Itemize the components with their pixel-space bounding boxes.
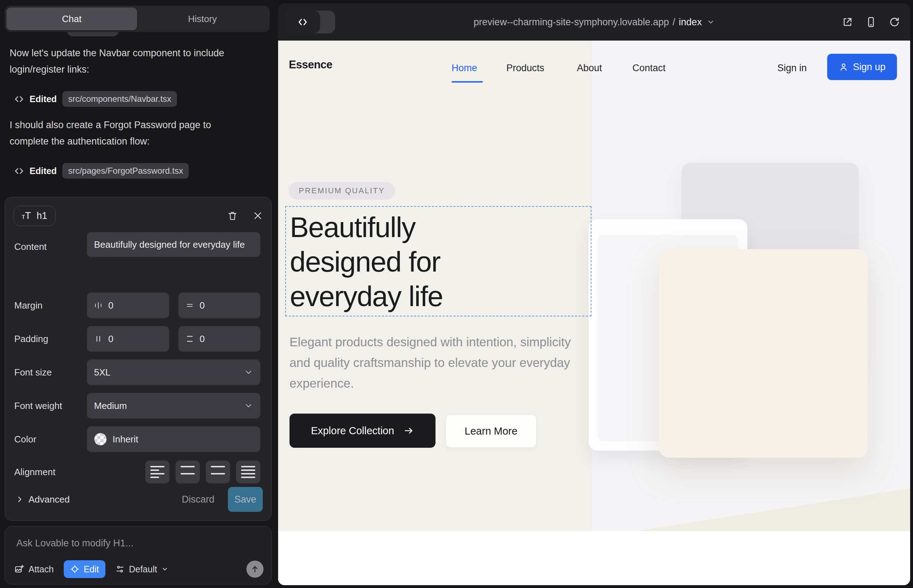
hero-paragraph: Elegant products designed with intention… bbox=[290, 332, 578, 394]
explore-collection-button[interactable]: Explore Collection bbox=[290, 414, 435, 448]
edited-file-row: Edited src/components/Navbar.tsx bbox=[14, 91, 177, 107]
open-external-button[interactable] bbox=[842, 16, 853, 28]
margin-vertical-icon bbox=[186, 301, 194, 310]
hero-card-cream bbox=[659, 249, 868, 458]
nav-link-home[interactable]: Home bbox=[452, 63, 477, 74]
margin-x-input[interactable]: 0 bbox=[87, 292, 169, 318]
margin-label: Margin bbox=[14, 300, 87, 311]
chevron-down-icon bbox=[707, 18, 715, 26]
phone-icon bbox=[865, 16, 877, 28]
attach-button[interactable]: Attach bbox=[14, 564, 54, 575]
preview-browser: preview--charming-site-symphony.lovable.… bbox=[278, 3, 910, 585]
code-icon bbox=[14, 166, 24, 176]
edited-label: Edited bbox=[29, 94, 57, 104]
align-right-button[interactable] bbox=[206, 460, 230, 483]
url-separator: / bbox=[673, 17, 675, 28]
url-page: index bbox=[679, 17, 702, 28]
font-weight-select[interactable]: Medium bbox=[87, 393, 260, 418]
selected-element-tag[interactable]: тT h1 bbox=[13, 206, 55, 226]
align-justify-button[interactable] bbox=[236, 460, 260, 483]
nav-link-contact[interactable]: Contact bbox=[632, 63, 665, 74]
learn-more-button[interactable]: Learn More bbox=[445, 414, 537, 448]
color-picker-field[interactable]: Inherit bbox=[87, 426, 260, 452]
prompt-composer: Ask Lovable to modify H1... Attach Edit … bbox=[5, 526, 272, 585]
url-host: preview--charming-site-symphony.lovable.… bbox=[474, 17, 669, 28]
chat-message: Now let's update the Navbar component to… bbox=[10, 45, 238, 78]
font-size-label: Font size bbox=[14, 367, 87, 378]
image-attach-icon bbox=[14, 564, 24, 574]
prompt-input[interactable]: Ask Lovable to modify H1... bbox=[16, 538, 134, 549]
external-link-icon bbox=[842, 16, 853, 28]
color-label: Color bbox=[14, 434, 87, 445]
mobile-preview-button[interactable] bbox=[865, 16, 877, 28]
builder-side-panel: ·· Chat History Now let's update the Nav… bbox=[0, 0, 278, 588]
advanced-toggle[interactable]: Advanced bbox=[16, 494, 70, 505]
target-icon bbox=[70, 564, 79, 574]
font-size-select[interactable]: 5XL bbox=[87, 360, 260, 385]
content-input[interactable]: Beautifully designed for everyday life bbox=[87, 232, 260, 257]
tab-history[interactable]: History bbox=[137, 8, 268, 30]
nav-link-about[interactable]: About bbox=[577, 63, 602, 74]
tag-name: h1 bbox=[37, 210, 47, 221]
content-label: Content bbox=[14, 241, 87, 252]
close-editor-button[interactable] bbox=[253, 211, 263, 221]
edited-file-row: Edited src/pages/ForgotPassword.tsx bbox=[14, 163, 189, 179]
chevron-down-icon bbox=[244, 368, 253, 377]
premium-quality-badge: PREMIUM QUALITY bbox=[289, 182, 395, 200]
mode-selector[interactable]: Default bbox=[115, 564, 168, 575]
alignment-label: Alignment bbox=[14, 467, 87, 478]
save-button[interactable]: Save bbox=[228, 487, 263, 512]
transparent-swatch-icon bbox=[94, 433, 107, 446]
padding-label: Padding bbox=[14, 333, 87, 344]
margin-horizontal-icon bbox=[94, 301, 102, 310]
user-icon bbox=[839, 62, 848, 72]
site-logo: Essence bbox=[289, 58, 332, 71]
refresh-icon bbox=[889, 16, 900, 28]
browser-toolbar: preview--charming-site-symphony.lovable.… bbox=[278, 3, 910, 40]
chat-message: I should also create a Forgot Password p… bbox=[10, 117, 238, 150]
preview-page: Essence Home Products About Contact Sign… bbox=[278, 40, 910, 585]
padding-horizontal-icon bbox=[94, 334, 102, 343]
align-center-button[interactable] bbox=[176, 460, 200, 483]
chevron-down-icon bbox=[244, 401, 253, 410]
send-button[interactable] bbox=[246, 561, 264, 578]
url-breadcrumb[interactable]: preview--charming-site-symphony.lovable.… bbox=[278, 3, 910, 40]
padding-vertical-icon bbox=[186, 334, 194, 343]
site-navbar: Essence Home Products About Contact Sign… bbox=[278, 40, 910, 83]
edit-mode-button[interactable]: Edit bbox=[64, 560, 105, 578]
arrow-up-icon bbox=[250, 564, 260, 574]
chevron-down-icon bbox=[161, 565, 168, 573]
sign-in-link[interactable]: Sign in bbox=[777, 63, 807, 74]
margin-y-input[interactable]: 0 bbox=[178, 292, 261, 318]
align-left-button[interactable] bbox=[145, 460, 170, 483]
sign-up-button[interactable]: Sign up bbox=[827, 54, 897, 80]
file-chip[interactable]: src/components/Navbar.tsx bbox=[62, 91, 176, 107]
edited-label: Edited bbox=[29, 166, 57, 176]
padding-x-input[interactable]: 0 bbox=[87, 326, 169, 352]
hero-heading: Beautifully designed for everyday life bbox=[290, 210, 518, 313]
font-weight-label: Font weight bbox=[14, 401, 87, 412]
padding-y-input[interactable]: 0 bbox=[178, 326, 261, 352]
file-chip[interactable]: src/pages/ForgotPassword.tsx bbox=[62, 163, 189, 179]
element-editor-panel: тT h1 Content Beautifully designed for e… bbox=[5, 197, 272, 521]
discard-button[interactable]: Discard bbox=[181, 494, 214, 505]
tab-chat[interactable]: Chat bbox=[6, 8, 137, 30]
text-type-icon: тT bbox=[22, 210, 31, 221]
hero-section: Essence Home Products About Contact Sign… bbox=[278, 40, 910, 531]
next-section bbox=[278, 531, 910, 585]
code-icon bbox=[14, 94, 24, 104]
arrow-right-icon bbox=[403, 425, 414, 436]
delete-element-button[interactable] bbox=[227, 210, 238, 221]
panel-tabs: Chat History bbox=[5, 6, 270, 32]
refresh-button[interactable] bbox=[889, 16, 900, 28]
sliders-icon bbox=[115, 564, 125, 574]
nav-link-products[interactable]: Products bbox=[506, 63, 544, 74]
active-nav-indicator bbox=[452, 81, 483, 82]
chevron-right-icon bbox=[16, 496, 24, 503]
